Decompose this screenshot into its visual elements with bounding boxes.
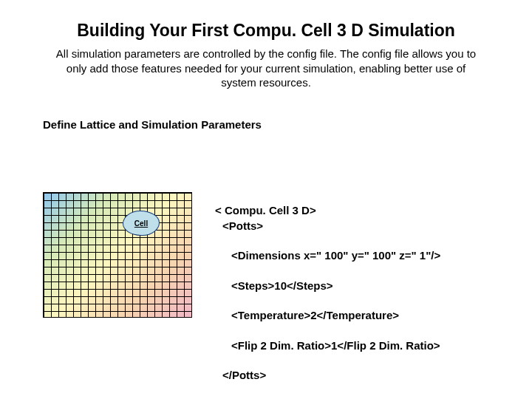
xml-line: </Potts> — [215, 368, 440, 383]
lattice-background — [43, 192, 192, 318]
lattice-grid-lines — [44, 193, 191, 317]
xml-line: <Steps>10</Steps> — [215, 279, 440, 293]
cell-blob: Cell — [123, 211, 160, 236]
xml-line: <Potts> — [215, 219, 440, 233]
cell-label: Cell — [134, 219, 148, 228]
section-header: Define Lattice and Simulation Parameters — [0, 90, 532, 131]
xml-line: <Temperature>2</Temperature> — [215, 308, 440, 323]
intro-paragraph: All simulation parameters are controlled… — [0, 47, 532, 90]
content-row: Cell < Compu. Cell 3 D> <Potts> <Dimensi… — [43, 188, 502, 399]
xml-config-block: < Compu. Cell 3 D> <Potts> <Dimensions x… — [215, 188, 440, 399]
lattice-diagram: Cell — [43, 188, 194, 318]
xml-line: <Dimensions x=" 100" y=" 100" z=" 1"/> — [215, 248, 440, 263]
xml-line: < Compu. Cell 3 D> — [215, 204, 316, 216]
slide-title: Building Your First Compu. Cell 3 D Simu… — [0, 0, 532, 47]
xml-line: <Flip 2 Dim. Ratio>1</Flip 2 Dim. Ratio> — [215, 338, 440, 353]
